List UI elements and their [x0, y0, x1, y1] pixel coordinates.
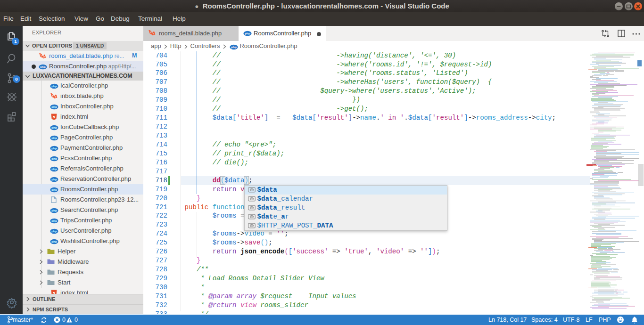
svg-text:php: php	[51, 178, 57, 181]
svg-text:php: php	[51, 146, 57, 150]
svg-text:php: php	[51, 188, 57, 191]
svg-text:php: php	[51, 209, 57, 212]
svg-text:php: php	[51, 167, 57, 171]
svg-text:php: php	[51, 157, 57, 160]
svg-text:php: php	[51, 126, 57, 129]
svg-text:php: php	[245, 32, 250, 35]
svg-text:php: php	[51, 240, 57, 243]
svg-text:php: php	[51, 105, 57, 108]
svg-text:php: php	[51, 229, 57, 233]
svg-text:php: php	[51, 219, 57, 222]
svg-text:php: php	[40, 65, 46, 68]
svg-text:php: php	[51, 84, 57, 88]
svg-text:5: 5	[53, 115, 55, 119]
svg-text:php: php	[51, 136, 57, 139]
svg-text:php: php	[231, 45, 237, 49]
